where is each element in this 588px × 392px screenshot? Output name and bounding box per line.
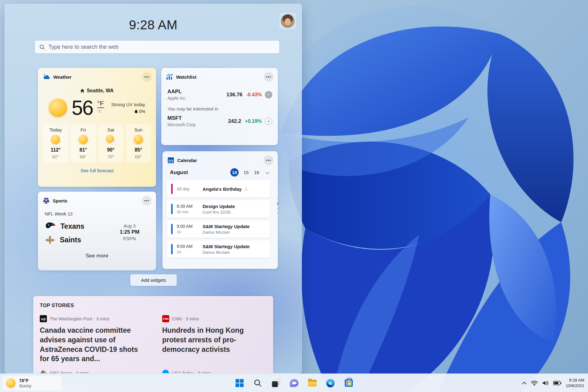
battery-icon[interactable] xyxy=(553,381,561,385)
calendar-widget[interactable]: Calendar ••• August 14 15 16 All day xyxy=(162,151,278,269)
event-organizer: Darius Mcclain xyxy=(203,250,267,255)
event-time: 9:00 AM xyxy=(177,244,203,249)
watchlist-widget-title: Watchlist xyxy=(176,74,261,80)
chevron-down-icon[interactable] xyxy=(264,169,272,176)
event-color-bar xyxy=(171,184,173,194)
profile-button[interactable] xyxy=(279,13,296,29)
see-full-forecast-link[interactable]: See full forecast xyxy=(38,168,156,173)
tray-chevron-up-icon[interactable] xyxy=(522,382,527,385)
add-widgets-button[interactable]: Add widgets xyxy=(130,274,177,286)
forecast-high: 90° xyxy=(98,147,124,153)
calendar-date-14-selected[interactable]: 14 xyxy=(230,168,239,177)
web-search-bar[interactable] xyxy=(35,40,279,54)
calendar-event-design-update[interactable]: 8:30 AM 30 min Design Update Conf Rm 32/… xyxy=(167,200,270,218)
stock-row-aapl[interactable]: AAPL Apple Inc. 136.76 -0.43% ✓ xyxy=(161,89,278,101)
story-source-meta: CNN · 3 mins xyxy=(172,316,199,321)
microsoft-store-button[interactable] xyxy=(343,377,355,389)
forecast-day-fri[interactable]: Fri 81° 68° xyxy=(71,124,96,162)
folder-icon xyxy=(308,380,317,386)
cloud-icon xyxy=(111,142,117,145)
calendar-icon xyxy=(167,157,174,164)
event-duration: 1h xyxy=(177,230,203,234)
event-color-bar xyxy=(171,204,173,214)
watchlist-suggestion-label: You may be interested in xyxy=(161,106,278,111)
taskbar-search-button[interactable] xyxy=(252,377,264,389)
search-icon xyxy=(39,44,45,50)
calendar-month-label: August xyxy=(170,169,228,176)
top-stories-title: TOP STORIES xyxy=(33,296,273,308)
watchlist-chart-icon xyxy=(166,74,173,80)
news-story-usa-today-clipped[interactable]: USA Today · 3 mins xyxy=(162,370,211,373)
weather-condition-note: Strong UV today xyxy=(111,102,145,107)
forecast-day-label: Today xyxy=(43,127,68,132)
task-view-button[interactable] xyxy=(270,377,282,389)
forecast-high: 112° xyxy=(43,147,68,153)
forecast-high: 81° xyxy=(71,147,96,153)
stock-row-msft[interactable]: MSFT Microsoft Corp. 242.2 +0.19% + xyxy=(161,115,278,127)
sports-soccer-ball-icon xyxy=(43,197,50,204)
sports-more-options-button[interactable]: ••• xyxy=(142,196,152,206)
precipitation-value: 0% xyxy=(139,109,145,114)
event-title: Angela's Birthday xyxy=(203,186,242,192)
forecast-day-label: Fri xyxy=(71,127,96,132)
sports-widget[interactable]: Sports ••• NFL Week 12 Texans xyxy=(38,192,156,270)
weather-widget[interactable]: Weather ••• Seattle, WA 56 °F °C Strong … xyxy=(38,68,156,187)
add-stock-button[interactable]: + xyxy=(265,118,272,125)
sunny-icon xyxy=(134,135,143,144)
see-more-link[interactable]: See more xyxy=(38,253,156,259)
birthday-cake-icon xyxy=(244,187,249,191)
stock-change: -0.43% xyxy=(246,92,262,98)
game-time: 1:25 PM xyxy=(114,229,145,235)
sunny-icon xyxy=(49,98,67,117)
stock-added-check-icon[interactable]: ✓ xyxy=(265,91,272,98)
unit-celsius-toggle[interactable]: °C xyxy=(97,109,102,114)
story-headline: Hundreds in Hong Kong protest arrests of… xyxy=(162,326,269,354)
calendar-widget-title: Calendar xyxy=(177,158,261,163)
saints-fleur-de-lis-logo xyxy=(45,235,55,245)
watchlist-more-options-button[interactable]: ••• xyxy=(264,72,273,82)
calendar-event-birthday[interactable]: All day Angela's Birthday xyxy=(167,180,270,198)
home-icon xyxy=(80,89,84,93)
taskbar-weather-widget-button[interactable]: 78°F Sunny xyxy=(2,376,62,390)
widgets-panel: 9:28 AM Weather ••• xyxy=(5,4,302,373)
forecast-low: 70° xyxy=(98,154,124,159)
teams-chat-button[interactable] xyxy=(288,377,300,389)
forecast-day-today[interactable]: Today 112° 92° xyxy=(43,124,68,162)
nbc-peacock-logo xyxy=(40,370,47,373)
volume-icon[interactable] xyxy=(542,380,549,386)
forecast-day-sun[interactable]: Sun 85° 69° xyxy=(126,124,151,162)
taskbar-weather-condition: Sunny xyxy=(19,383,31,388)
game-channel: ESPN xyxy=(114,236,145,241)
calendar-event-sm-strategy-2[interactable]: 9:00 AM 1h S&M Startegy Update Darius Mc… xyxy=(167,240,270,258)
news-story-washington-post[interactable]: wp The Washington Post · 3 mins Canada v… xyxy=(40,315,146,364)
calendar-date-16[interactable]: 16 xyxy=(251,170,262,175)
search-input[interactable] xyxy=(48,44,275,50)
task-view-icon xyxy=(272,379,280,387)
event-location: Conf Rm 32/35 xyxy=(203,210,267,215)
news-story-cnn[interactable]: CNN CNN · 3 mins Hundreds in Hong Kong p… xyxy=(162,315,269,354)
calendar-more-options-button[interactable]: ••• xyxy=(264,155,273,165)
tray-time: 9:28 AM xyxy=(566,377,584,383)
avatar xyxy=(281,14,294,28)
stock-symbol: AAPL xyxy=(167,89,226,95)
calendar-event-sm-strategy-1[interactable]: 9:00 AM 1h S&M Startegy Update Darius Mc… xyxy=(167,220,270,238)
file-explorer-button[interactable] xyxy=(306,377,318,389)
edge-browser-button[interactable] xyxy=(325,377,336,389)
sunny-icon xyxy=(79,135,88,144)
wifi-icon[interactable] xyxy=(531,381,538,386)
calendar-events-list: All day Angela's Birthday xyxy=(162,177,278,258)
story-source-meta: NBC News · 3 mins xyxy=(50,371,89,373)
news-story-nbc-clipped[interactable]: NBC News · 3 mins xyxy=(40,370,89,373)
story-source-meta: USA Today · 3 mins xyxy=(172,371,211,373)
unit-fahrenheit-toggle[interactable]: °F xyxy=(97,100,104,108)
watchlist-widget[interactable]: Watchlist ••• AAPL Apple Inc. 136.76 -0.… xyxy=(161,68,278,145)
sports-matchup: Texans Saints Aug 3 xyxy=(38,219,156,247)
events-scroll-indicator[interactable] xyxy=(277,198,279,214)
start-button[interactable] xyxy=(234,377,245,389)
calendar-date-15[interactable]: 15 xyxy=(241,170,251,175)
weather-more-options-button[interactable]: ••• xyxy=(142,72,152,82)
event-color-bar xyxy=(171,224,173,234)
forecast-day-sat[interactable]: Sat 90° 70° xyxy=(98,124,124,162)
taskbar-clock[interactable]: 9:28 AM 10/6/2021 xyxy=(566,377,584,389)
game-date: Aug 3 xyxy=(114,223,145,228)
